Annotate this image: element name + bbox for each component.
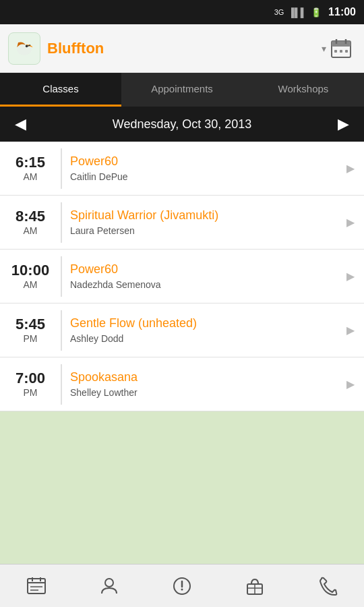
class-info-0: Power60 Caitlin DePue xyxy=(70,148,337,189)
class-arrow-4: ▶ xyxy=(337,378,364,391)
divider-1 xyxy=(61,202,62,243)
bottom-navigation xyxy=(0,564,364,607)
status-bar: 3G ▐▌▌ 🔋 11:00 xyxy=(0,0,364,24)
class-item-1[interactable]: 8:45 AM Spiritual Warrior (Jivamukti) La… xyxy=(0,196,364,250)
class-item-0[interactable]: 6:15 AM Power60 Caitlin DePue ▶ xyxy=(0,142,364,196)
bottom-nav-phone[interactable] xyxy=(307,570,348,602)
divider-0 xyxy=(61,148,62,189)
class-arrow-3: ▶ xyxy=(337,324,364,337)
battery-icon: 🔋 xyxy=(311,7,322,18)
class-item-2[interactable]: 10:00 AM Power60 Nadezhda Semenova ▶ xyxy=(0,250,364,304)
divider-4 xyxy=(61,364,62,405)
alert-nav-icon xyxy=(172,576,192,596)
class-item-4[interactable]: 7:00 PM Spookasana Shelley Lowther ▶ xyxy=(0,357,364,411)
current-date-label: Wednesday, Oct 30, 2013 xyxy=(113,117,251,132)
date-navigation: ◀ Wednesday, Oct 30, 2013 ▶ xyxy=(0,107,364,142)
bottom-nav-shop[interactable] xyxy=(235,570,275,602)
svg-rect-3 xyxy=(332,41,351,47)
tab-appointments[interactable]: Appointments xyxy=(121,73,243,107)
divider-3 xyxy=(61,310,62,351)
tab-classes[interactable]: Classes xyxy=(0,73,121,107)
class-arrow-0: ▶ xyxy=(337,162,364,175)
app-logo xyxy=(8,32,40,65)
tab-bar: Classes Appointments Workshops xyxy=(0,73,364,107)
phone-nav-icon xyxy=(317,576,338,596)
svg-rect-7 xyxy=(340,50,342,53)
bottom-nav-profile[interactable] xyxy=(89,570,129,602)
next-date-button[interactable]: ▶ xyxy=(332,110,355,138)
app-title: Bluffton xyxy=(47,40,327,57)
svg-point-18 xyxy=(181,588,183,590)
status-time: 11:00 xyxy=(328,6,356,18)
header-dropdown-arrow: ▾ xyxy=(322,43,326,54)
svg-point-1 xyxy=(26,45,28,47)
bottom-nav-alert[interactable] xyxy=(162,570,202,602)
svg-rect-8 xyxy=(345,50,348,53)
svg-rect-6 xyxy=(334,50,337,53)
bottom-nav-schedule[interactable] xyxy=(16,570,57,602)
profile-nav-icon xyxy=(99,576,119,596)
time-block-0: 6:15 AM xyxy=(0,148,61,188)
schedule-list: 6:15 AM Power60 Caitlin DePue ▶ 8:45 AM … xyxy=(0,142,364,411)
class-info-3: Gentle Flow (unheated) Ashley Dodd xyxy=(70,310,337,351)
shop-nav-icon xyxy=(245,576,265,596)
time-block-4: 7:00 PM xyxy=(0,364,61,404)
time-block-2: 10:00 AM xyxy=(0,256,61,296)
svg-point-15 xyxy=(105,579,113,587)
logo-bird-icon xyxy=(12,36,36,61)
calendar-icon xyxy=(330,38,352,59)
empty-schedule-area xyxy=(0,411,364,580)
class-arrow-1: ▶ xyxy=(337,216,364,229)
time-block-3: 5:45 PM xyxy=(0,310,61,350)
class-item-3[interactable]: 5:45 PM Gentle Flow (unheated) Ashley Do… xyxy=(0,304,364,357)
calendar-button[interactable] xyxy=(326,34,356,63)
class-info-4: Spookasana Shelley Lowther xyxy=(70,364,337,405)
time-block-1: 8:45 AM xyxy=(0,202,61,242)
schedule-nav-icon xyxy=(26,576,47,596)
divider-2 xyxy=(61,256,62,297)
app-header: Bluffton ▾ xyxy=(0,24,364,73)
class-info-1: Spiritual Warrior (Jivamukti) Laura Pete… xyxy=(70,202,337,243)
class-info-2: Power60 Nadezhda Semenova xyxy=(70,256,337,297)
signal-bars: ▐▌▌ xyxy=(288,7,307,18)
svg-rect-9 xyxy=(28,579,45,594)
signal-indicator: 3G xyxy=(274,8,284,16)
prev-date-button[interactable]: ◀ xyxy=(9,110,32,138)
class-arrow-2: ▶ xyxy=(337,270,364,283)
tab-workshops[interactable]: Workshops xyxy=(243,73,364,107)
